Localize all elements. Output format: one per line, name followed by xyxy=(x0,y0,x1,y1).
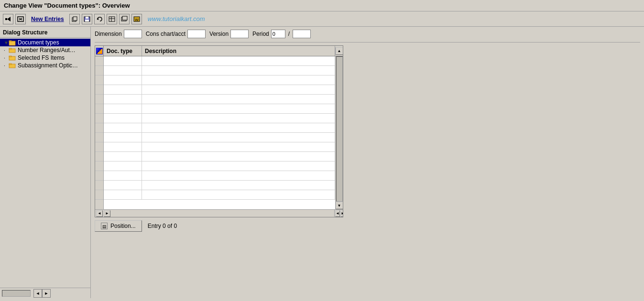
dimension-label: Dimension xyxy=(95,31,122,37)
row-selector-14[interactable] xyxy=(95,181,103,190)
title-text: Change View "Document types": Overview xyxy=(4,2,130,9)
row-selector-13[interactable] xyxy=(95,171,103,181)
cons-chart-input[interactable] xyxy=(187,30,206,38)
svg-rect-25 xyxy=(9,64,11,64)
row-selector-4[interactable] xyxy=(95,85,103,95)
folder-selected-fs-icon xyxy=(9,54,16,61)
table-row[interactable] xyxy=(104,133,335,142)
row-selector-9[interactable] xyxy=(95,133,103,142)
svg-rect-1 xyxy=(5,18,7,20)
row-selector-6[interactable] xyxy=(95,104,103,114)
sidebar-item-subassignment[interactable]: · Subassignment Optic… xyxy=(0,62,90,69)
hscroll-left-btn1[interactable]: ◄ xyxy=(96,210,103,217)
scroll-down-btn[interactable]: ▼ xyxy=(336,202,343,209)
position-btn-label: Position... xyxy=(110,223,136,229)
position-btn-icon: ▤ xyxy=(101,223,108,229)
table-row[interactable] xyxy=(104,104,335,114)
row-selector-7[interactable] xyxy=(95,114,103,123)
period-input[interactable] xyxy=(271,30,285,38)
period-input2[interactable] xyxy=(293,30,311,38)
sidebar-item-document-types[interactable]: ▼ Document types xyxy=(0,39,90,46)
position-btn[interactable]: ▤ Position... xyxy=(95,220,142,232)
hscroll-left-btn2[interactable]: ► xyxy=(104,210,110,217)
col-selector-header[interactable] xyxy=(95,46,104,56)
bullet-number-ranges: · xyxy=(4,48,9,53)
sidebar-item-number-ranges-label: Number Ranges/Aut… xyxy=(18,47,76,54)
toolbar: New Entries W www.tutorialkart.com xyxy=(0,11,644,27)
table-rows xyxy=(104,56,335,209)
table-container: Doc. type Description ▲ xyxy=(95,45,343,217)
row-selector-8[interactable] xyxy=(95,123,103,133)
row-selector-12[interactable] xyxy=(95,161,103,171)
cons-chart-label: Cons chart/acct xyxy=(146,31,186,37)
hscroll-right-btn1[interactable]: ◄ xyxy=(335,210,340,217)
table-row[interactable] xyxy=(104,152,335,161)
row-selector-2[interactable] xyxy=(95,66,103,75)
table-row[interactable] xyxy=(104,75,335,85)
left-panel-footer: ◄ ► xyxy=(0,288,90,298)
new-entries-btn[interactable]: New Entries xyxy=(28,14,67,24)
row-selector-5[interactable] xyxy=(95,95,103,104)
hscroll-right-btn2[interactable]: ► xyxy=(340,210,343,217)
sidebar-item-selected-fs-items[interactable]: · Selected FS Items xyxy=(0,54,90,62)
svg-rect-11 xyxy=(109,17,115,22)
folder-open-icon xyxy=(9,39,16,46)
filter-version: Version xyxy=(209,30,249,38)
version-label: Version xyxy=(209,31,229,37)
row-selector-11[interactable] xyxy=(95,152,103,161)
table-row[interactable] xyxy=(104,161,335,171)
table-row[interactable] xyxy=(104,114,335,123)
scroll-up-btn[interactable]: ▲ xyxy=(336,47,343,55)
table-row[interactable] xyxy=(104,56,335,66)
version-input[interactable] xyxy=(230,30,249,38)
svg-rect-6 xyxy=(73,17,77,21)
col-header-doc-type: Doc. type xyxy=(104,46,142,56)
main-layout: Dialog Structure ▼ Document types · xyxy=(0,27,644,298)
sidebar-item-subassignment-label: Subassignment Optic… xyxy=(18,62,78,69)
entry-count: Entry 0 of 0 xyxy=(148,223,177,229)
filter-dimension: Dimension xyxy=(95,30,142,38)
table-row[interactable] xyxy=(104,95,335,104)
watermark: www.tutorialkart.com xyxy=(148,15,205,22)
toolbar-exit-btn[interactable] xyxy=(15,14,26,24)
folder-number-ranges-icon xyxy=(9,47,16,54)
tree-arrow-document-types: ▼ xyxy=(4,40,9,45)
toolbar-back-btn[interactable] xyxy=(3,14,13,24)
row-selector-3[interactable] xyxy=(95,75,103,85)
toolbar-btn5[interactable] xyxy=(107,14,117,24)
row-selector-10[interactable] xyxy=(95,142,103,152)
row-selector-15[interactable] xyxy=(95,190,103,200)
footer-next-btn[interactable]: ► xyxy=(42,289,51,298)
table-row[interactable] xyxy=(104,181,335,190)
row-selector-1[interactable] xyxy=(95,56,103,66)
svg-rect-9 xyxy=(85,20,89,22)
footer-prev-btn[interactable]: ◄ xyxy=(33,289,42,298)
period-slash: / xyxy=(288,31,290,37)
dialog-structure-header: Dialog Structure xyxy=(0,27,90,38)
bullet-selected-fs: · xyxy=(4,55,9,61)
filter-period: Period / xyxy=(252,30,311,38)
table-row[interactable] xyxy=(104,142,335,152)
toolbar-btn6[interactable] xyxy=(119,14,130,24)
toolbar-btn7[interactable]: W xyxy=(131,14,142,24)
left-panel: Dialog Structure ▼ Document types · xyxy=(0,27,91,298)
table-row[interactable] xyxy=(104,171,335,181)
table-header-row: Doc. type Description ▲ xyxy=(95,46,343,56)
dimension-input[interactable] xyxy=(124,30,142,38)
table-row[interactable] xyxy=(104,123,335,133)
sidebar-item-selected-fs-label: Selected FS Items xyxy=(18,54,65,61)
sidebar-item-number-ranges[interactable]: · Number Ranges/Aut… xyxy=(0,46,90,54)
filter-cons-chart: Cons chart/acct xyxy=(146,30,206,38)
table-row[interactable] xyxy=(104,85,335,95)
svg-text:W: W xyxy=(135,18,139,22)
table-row[interactable] xyxy=(104,190,335,200)
toolbar-save-btn[interactable] xyxy=(82,14,92,24)
sidebar-item-document-types-label: Document types xyxy=(18,39,59,46)
svg-rect-23 xyxy=(9,56,11,57)
toolbar-undo-btn[interactable] xyxy=(94,14,105,24)
toolbar-copy-btn[interactable] xyxy=(69,14,80,24)
table-row[interactable] xyxy=(104,66,335,75)
svg-marker-0 xyxy=(7,17,11,22)
footer-scrollbar[interactable] xyxy=(2,290,31,297)
scrollbar-track[interactable] xyxy=(336,56,343,202)
